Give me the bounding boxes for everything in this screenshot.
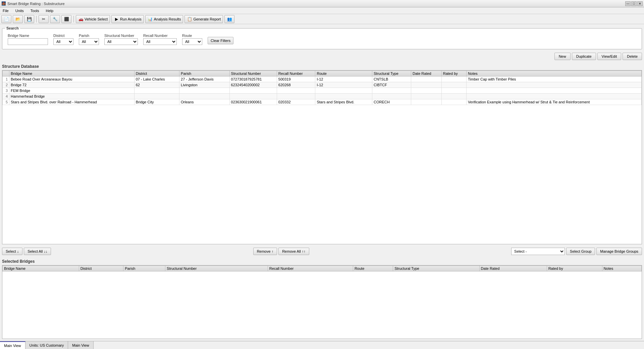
parish-field: Parish All [79, 34, 99, 45]
results-icon: 📊 [148, 16, 153, 22]
users-button[interactable]: 👥 [224, 15, 234, 23]
table-row[interactable]: 5 Stars and Stripes Blvd. over Railroad … [3, 99, 642, 105]
menu-file[interactable]: File [1, 8, 10, 13]
table-row[interactable]: 3 FEM Bridge [3, 88, 642, 94]
cell-rated-by [441, 94, 466, 99]
cell-bridge-name: Bebee Road Over Arceaneaux Bayou [9, 77, 135, 82]
cell-rated-by [441, 77, 466, 82]
recall-number-label: Recall Number [143, 34, 177, 38]
row-num: 2 [3, 82, 9, 88]
col-district[interactable]: District [134, 71, 179, 77]
col-rated-by[interactable]: Rated by [441, 71, 466, 77]
menu-help[interactable]: Help [44, 8, 55, 13]
cell-parish: Livingston [179, 82, 230, 88]
cell-recall-number [277, 94, 315, 99]
parish-select[interactable]: All [79, 38, 99, 45]
generate-report-label: Generate Report [193, 17, 221, 21]
delete-button[interactable]: Delete [623, 53, 642, 60]
sel-col-structural-type[interactable]: Structural Type [393, 266, 479, 271]
district-select[interactable]: All [53, 38, 73, 45]
toolbar-save-file[interactable]: 💾 [24, 15, 34, 23]
sel-col-rated-by[interactable]: Rated by [547, 266, 602, 271]
sel-col-structural-number[interactable]: Structural Number [165, 266, 268, 271]
cell-notes [467, 94, 642, 99]
remove-button[interactable]: Remove ↑ [253, 248, 277, 255]
col-structural-type[interactable]: Structural Type [372, 71, 411, 77]
sel-col-parish[interactable]: Parish [123, 266, 165, 271]
toolbar-tool[interactable]: 🔧 [50, 15, 60, 23]
cell-bridge-name: Bridge 72 [9, 82, 135, 88]
maximize-button[interactable]: □ [631, 1, 637, 6]
sel-col-route[interactable]: Route [353, 266, 393, 271]
row-num: 3 [3, 88, 9, 94]
cell-recall-number: 500319 [277, 77, 315, 82]
cell-route [315, 88, 372, 94]
cell-notes [467, 82, 642, 88]
selection-controls-row: Select ↓ Select All ↓↓ Remove ↑ Remove A… [2, 246, 642, 256]
cell-notes: Timber Cap with Timber Piles [467, 77, 642, 82]
cell-date-rated [411, 88, 442, 94]
manage-bridge-groups-button[interactable]: Manage Bridge Groups [596, 248, 642, 255]
generate-report-button[interactable]: 📋 Generate Report [184, 15, 223, 23]
cell-parish [179, 88, 230, 94]
route-label: Route [182, 34, 202, 38]
cell-recall-number [277, 88, 315, 94]
col-date-rated[interactable]: Date Rated [411, 71, 442, 77]
bridge-name-input[interactable] [8, 38, 48, 45]
cell-date-rated [411, 82, 442, 88]
selected-table: Bridge Name District Parish Structural N… [2, 265, 642, 271]
group-dropdown[interactable]: Select - [511, 248, 565, 255]
col-route[interactable]: Route [315, 71, 372, 77]
search-section: Search Bridge Name District All Parish A… [2, 26, 642, 49]
select-button[interactable]: Select ↓ [2, 248, 22, 255]
toolbar-open-file[interactable]: 📂 [13, 15, 23, 23]
menu-bar: File Units Tools Help [0, 7, 644, 14]
cell-parish: 27 - Jefferson Davis [179, 77, 230, 82]
toolbar-cut[interactable]: ✂ [39, 15, 49, 23]
sel-col-notes[interactable]: Notes [602, 266, 641, 271]
col-parish[interactable]: Parish [179, 71, 230, 77]
vehicle-select-button[interactable]: 🚗 Vehicle Select [76, 15, 110, 23]
close-button[interactable]: ✕ [637, 1, 643, 6]
structure-table-container[interactable]: Bridge Name District Parish Structural N… [2, 70, 642, 244]
sel-col-district[interactable]: District [79, 266, 123, 271]
sel-col-date-rated[interactable]: Date Rated [479, 266, 547, 271]
col-structural-number[interactable]: Structural Number [229, 71, 277, 77]
select-all-button[interactable]: Select All ↓↓ [24, 248, 51, 255]
row-num: 4 [3, 94, 9, 99]
sel-col-bridge-name[interactable]: Bridge Name [3, 266, 79, 271]
recall-number-select[interactable]: All [143, 38, 177, 45]
status-tab-units[interactable]: Units: US Customary [25, 341, 68, 349]
select-group-button[interactable]: Select Group [566, 248, 595, 255]
cell-structural-number [229, 94, 277, 99]
menu-units[interactable]: Units [14, 8, 25, 13]
status-tab-main-view[interactable]: Main View [0, 341, 25, 349]
view-edit-button[interactable]: View/Edit [597, 53, 622, 60]
cell-date-rated [411, 94, 442, 99]
run-analysis-button[interactable]: ▶ Run Analysis [111, 15, 144, 23]
status-tab-main-view-2[interactable]: Main View [68, 341, 94, 349]
col-bridge-name[interactable]: Bridge Name [9, 71, 135, 77]
table-row[interactable]: 4 Hammerhead Bridge [3, 94, 642, 99]
analysis-results-button[interactable]: 📊 Analysis Results [145, 15, 183, 23]
table-row[interactable]: 2 Bridge 72 62 Livingston 62324540200002… [3, 82, 642, 88]
col-recall-number[interactable]: Recall Number [277, 71, 315, 77]
main-content: Search Bridge Name District All Parish A… [0, 24, 644, 341]
selected-table-container[interactable]: Bridge Name District Parish Structural N… [2, 265, 642, 339]
route-select[interactable]: All [182, 38, 202, 45]
structural-number-select[interactable]: All [104, 38, 138, 45]
toolbar-new-file[interactable]: 📄 [1, 15, 11, 23]
clear-filters-button[interactable]: Clear Filters [208, 37, 233, 44]
toolbar-box[interactable]: ⬛ [61, 15, 71, 23]
cell-route: Stars and Stripes Blvd. [315, 99, 372, 105]
remove-all-button[interactable]: Remove All ↑↑ [278, 248, 309, 255]
cell-structural-type: CIBTCF [372, 82, 411, 88]
table-row[interactable]: 1 Bebee Road Over Arceaneaux Bayou 07 - … [3, 77, 642, 82]
cell-bridge-name: FEM Bridge [9, 88, 135, 94]
new-button[interactable]: New [554, 53, 571, 60]
menu-tools[interactable]: Tools [29, 8, 41, 13]
duplicate-button[interactable]: Duplicate [572, 53, 596, 60]
col-notes[interactable]: Notes [467, 71, 642, 77]
sel-col-recall-number[interactable]: Recall Number [268, 266, 353, 271]
minimize-button[interactable]: — [625, 1, 631, 6]
